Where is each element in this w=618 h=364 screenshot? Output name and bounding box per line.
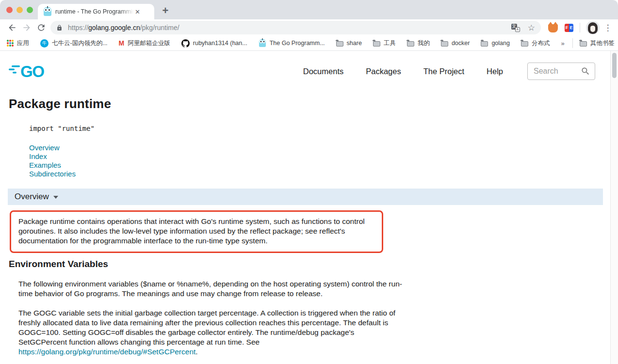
setgcpercent-link[interactable]: https://golang.org/pkg/runtime/debug/#Se… [18, 348, 195, 356]
env-paragraph-1: The following environment variables ($na… [18, 279, 403, 299]
browser-tab[interactable]: runtime - The Go Programming ✕ [38, 4, 154, 19]
env-paragraph-2: The GOGC variable sets the initial garba… [18, 308, 403, 357]
url-path: /pkg/runtime/ [140, 24, 179, 32]
bookmarks-separator [572, 38, 573, 48]
back-button[interactable] [5, 21, 19, 34]
toc-link-overview[interactable]: Overview [29, 143, 60, 152]
search-input[interactable] [534, 67, 581, 76]
nav-help[interactable]: Help [487, 67, 503, 76]
site-nav: Documents Packages The Project Help [303, 67, 503, 76]
bookmarks-overflow-chevron-icon[interactable]: » [561, 40, 564, 47]
forward-arrow-icon [22, 23, 32, 32]
reload-icon [36, 23, 46, 32]
nav-packages[interactable]: Packages [366, 67, 401, 76]
nav-documents[interactable]: Documents [303, 67, 343, 76]
red-annotation-box: Package runtime contains operations that… [10, 210, 383, 253]
gopher-icon [259, 39, 266, 47]
new-tab-button[interactable]: + [159, 4, 172, 17]
github-icon [181, 39, 190, 47]
tab-close-icon[interactable]: ✕ [134, 8, 141, 16]
bookmarks-bar: 应用 牛 七牛云-国内领先的... M 阿里邮箱企业版 rubyhan1314 … [0, 36, 618, 51]
fe-extension-icon: FE [565, 24, 573, 32]
folder-icon [373, 41, 380, 47]
bookmark-star-icon[interactable]: ☆ [528, 24, 535, 32]
toc-link-index[interactable]: Index [29, 152, 47, 161]
forward-button[interactable] [19, 21, 34, 34]
fox-extension-icon [548, 24, 558, 32]
extension-fe-button[interactable]: FE [565, 24, 573, 32]
profile-avatar[interactable] [586, 21, 600, 34]
https-lock-icon [56, 25, 63, 31]
back-arrow-icon [7, 23, 17, 32]
url-scheme: https:// [68, 24, 88, 32]
address-bar[interactable]: https://golang.google.cn/pkg/runtime/ 文 … [50, 21, 541, 34]
folder-icon [336, 41, 343, 47]
bookmark-github[interactable]: rubyhan1314 (han... [181, 39, 247, 47]
tab-title: runtime - The Go Programming [55, 8, 134, 15]
url-domain: golang.google.cn [88, 24, 140, 32]
environment-variables-heading: Environment Variables [9, 259, 618, 269]
toc-link-subdirectories[interactable]: Subdirectories [29, 170, 76, 178]
import-code: import "runtime" [29, 125, 618, 132]
minimize-window-button[interactable] [16, 7, 23, 13]
overview-section-title: Overview [15, 192, 49, 202]
bookmark-folder-tools[interactable]: 工具 [373, 39, 396, 47]
svg-text:GO: GO [20, 63, 44, 80]
toolbar-separator [580, 23, 580, 32]
extension-fox-button[interactable] [548, 23, 558, 32]
close-window-button[interactable] [6, 7, 13, 13]
bookmark-folder-distributed[interactable]: 分布式 [521, 39, 550, 47]
mail-m-icon: M [119, 39, 125, 47]
bookmark-folder-golang[interactable]: golang [481, 40, 510, 47]
folder-icon [441, 41, 448, 47]
browser-menu-button[interactable]: ⋮ [602, 23, 613, 33]
bookmark-folder-docker[interactable]: docker [441, 40, 470, 47]
page-content: GO Documents Packages The Project Help P… [0, 51, 618, 364]
traffic-lights [6, 7, 33, 13]
folder-icon [481, 41, 488, 47]
tab-strip: runtime - The Go Programming ✕ + [0, 0, 618, 19]
bookmark-qiniu[interactable]: 牛 七牛云-国内领先的... [40, 39, 108, 47]
caret-down-icon [53, 196, 58, 199]
nav-the-project[interactable]: The Project [423, 67, 464, 76]
page-title: Package runtime [9, 96, 618, 111]
qiniu-icon: 牛 [40, 39, 49, 47]
scrollbar-thumb[interactable] [612, 53, 617, 78]
other-bookmarks-button[interactable]: 其他书签 [580, 39, 615, 47]
gopher-favicon-icon [44, 7, 51, 16]
bookmark-go-site[interactable]: The Go Programm... [259, 39, 325, 47]
browser-window: runtime - The Go Programming ✕ + https:/… [0, 0, 618, 364]
bookmark-apps[interactable]: 应用 [7, 39, 29, 47]
bookmark-alimail[interactable]: M 阿里邮箱企业版 [119, 39, 170, 47]
bookmark-folder-share[interactable]: share [336, 40, 362, 47]
overview-paragraph: Package runtime contains operations that… [18, 217, 375, 246]
reload-button[interactable] [34, 21, 49, 34]
site-search-box[interactable] [527, 63, 595, 80]
translate-page-button[interactable]: 文 A [511, 24, 520, 32]
search-icon[interactable] [581, 66, 590, 76]
toc-links: Overview Index Examples Subdirectories [29, 143, 618, 178]
url-text: https://golang.google.cn/pkg/runtime/ [68, 24, 179, 32]
toc-link-examples[interactable]: Examples [29, 161, 61, 170]
browser-toolbar: https://golang.google.cn/pkg/runtime/ 文 … [0, 19, 618, 36]
folder-icon [407, 41, 414, 47]
site-header: GO Documents Packages The Project Help [0, 51, 618, 85]
overview-section-toggle[interactable]: Overview [8, 189, 603, 205]
apps-grid-icon [7, 40, 14, 47]
folder-icon [521, 41, 528, 47]
bookmark-folder-mine[interactable]: 我的 [407, 39, 430, 47]
folder-icon [580, 41, 587, 47]
zoom-window-button[interactable] [27, 7, 33, 13]
page-scrollbar[interactable] [610, 51, 618, 364]
go-logo[interactable]: GO [9, 61, 51, 81]
